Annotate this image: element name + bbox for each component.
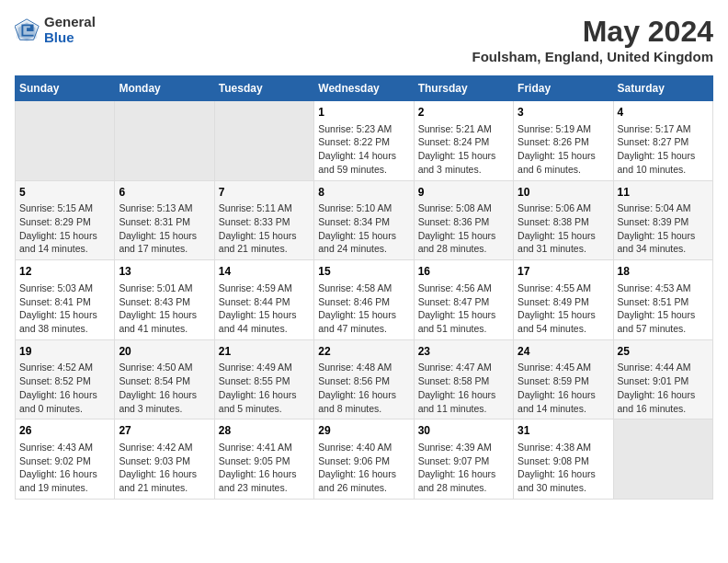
day-info: Sunset: 8:44 PM xyxy=(219,295,310,309)
day-info: and 44 minutes. xyxy=(219,322,310,336)
day-info: and 14 minutes. xyxy=(518,402,609,416)
day-info: Daylight: 15 hours xyxy=(119,229,210,243)
day-info: Sunrise: 4:38 AM xyxy=(518,441,609,454)
day-info: Daylight: 14 hours xyxy=(318,149,409,163)
day-info: Sunset: 9:07 PM xyxy=(418,454,509,468)
calendar-cell xyxy=(214,101,313,181)
day-info: Daylight: 15 hours xyxy=(618,229,709,243)
day-number: 16 xyxy=(418,264,509,280)
day-info: Daylight: 15 hours xyxy=(219,229,310,243)
day-info: Sunrise: 5:17 AM xyxy=(618,122,709,136)
day-number: 21 xyxy=(219,344,310,360)
day-number: 8 xyxy=(318,185,409,201)
day-number: 15 xyxy=(318,264,409,280)
day-number: 9 xyxy=(418,185,509,201)
calendar-cell: 12Sunrise: 5:03 AMSunset: 8:41 PMDayligh… xyxy=(16,260,115,340)
day-number: 13 xyxy=(119,264,210,280)
day-info: and 38 minutes. xyxy=(19,322,110,336)
page-title: May 2024 xyxy=(472,15,714,49)
header-thursday: Thursday xyxy=(414,76,513,101)
day-number: 20 xyxy=(119,344,210,360)
day-number: 24 xyxy=(518,344,609,360)
day-info: Daylight: 16 hours xyxy=(618,388,709,402)
day-info: and 59 minutes. xyxy=(318,163,409,177)
day-info: Sunset: 8:33 PM xyxy=(219,215,310,229)
day-info: Sunset: 8:55 PM xyxy=(219,374,310,388)
calendar-cell xyxy=(115,101,214,181)
day-info: Sunset: 8:41 PM xyxy=(19,295,110,309)
day-info: Sunset: 9:06 PM xyxy=(318,454,409,468)
day-number: 31 xyxy=(518,423,609,439)
calendar-cell: 24Sunrise: 4:45 AMSunset: 8:59 PMDayligh… xyxy=(514,339,613,419)
calendar-cell: 6Sunrise: 5:13 AMSunset: 8:31 PMDaylight… xyxy=(115,180,214,260)
day-number: 23 xyxy=(418,344,509,360)
day-info: Sunrise: 5:19 AM xyxy=(518,122,609,136)
calendar-week-row: 26Sunrise: 4:43 AMSunset: 9:02 PMDayligh… xyxy=(16,419,713,500)
day-info: Sunrise: 4:42 AM xyxy=(119,441,210,454)
day-info: Sunset: 8:46 PM xyxy=(318,295,409,309)
day-info: and 34 minutes. xyxy=(618,242,709,256)
day-info: Sunset: 8:47 PM xyxy=(418,295,509,309)
day-info: Sunrise: 4:59 AM xyxy=(219,282,310,295)
calendar-week-row: 1Sunrise: 5:23 AMSunset: 8:22 PMDaylight… xyxy=(16,101,713,181)
day-info: Daylight: 16 hours xyxy=(119,467,210,481)
day-info: Sunset: 8:39 PM xyxy=(618,215,709,229)
calendar-cell: 7Sunrise: 5:11 AMSunset: 8:33 PMDaylight… xyxy=(214,180,313,260)
header-tuesday: Tuesday xyxy=(214,76,313,101)
day-info: Sunrise: 4:39 AM xyxy=(418,441,509,454)
day-info: Daylight: 16 hours xyxy=(518,467,609,481)
day-info: and 57 minutes. xyxy=(618,322,709,336)
day-info: Sunrise: 5:13 AM xyxy=(119,201,210,215)
day-number: 25 xyxy=(618,344,709,360)
day-info: Daylight: 16 hours xyxy=(219,388,310,402)
logo-blue: Blue xyxy=(44,30,96,46)
day-number: 5 xyxy=(19,185,110,201)
day-info: Sunrise: 4:56 AM xyxy=(418,282,509,295)
day-info: Sunrise: 5:23 AM xyxy=(318,122,409,136)
day-info: Sunrise: 4:45 AM xyxy=(518,361,609,374)
calendar-cell: 9Sunrise: 5:08 AMSunset: 8:36 PMDaylight… xyxy=(414,180,513,260)
header-row: SundayMondayTuesdayWednesdayThursdayFrid… xyxy=(16,76,713,101)
day-number: 1 xyxy=(318,105,409,121)
day-info: Daylight: 16 hours xyxy=(318,467,409,481)
day-number: 4 xyxy=(618,105,709,121)
day-info: Daylight: 15 hours xyxy=(19,308,110,322)
calendar-cell: 3Sunrise: 5:19 AMSunset: 8:26 PMDaylight… xyxy=(514,101,613,181)
header-wednesday: Wednesday xyxy=(314,76,414,101)
calendar-cell: 5Sunrise: 5:15 AMSunset: 8:29 PMDaylight… xyxy=(16,180,115,260)
day-info: Sunrise: 4:55 AM xyxy=(518,282,609,295)
calendar-cell: 25Sunrise: 4:44 AMSunset: 9:01 PMDayligh… xyxy=(613,339,712,419)
calendar-cell: 14Sunrise: 4:59 AMSunset: 8:44 PMDayligh… xyxy=(214,260,313,340)
day-info: Sunset: 8:51 PM xyxy=(618,295,709,309)
calendar-cell: 20Sunrise: 4:50 AMSunset: 8:54 PMDayligh… xyxy=(115,339,214,419)
day-info: Sunrise: 5:01 AM xyxy=(119,282,210,295)
day-info: Sunrise: 4:40 AM xyxy=(318,441,409,454)
day-info: Sunset: 9:08 PM xyxy=(518,454,609,468)
day-number: 19 xyxy=(19,344,110,360)
day-info: Daylight: 15 hours xyxy=(618,149,709,163)
day-info: Sunrise: 5:08 AM xyxy=(418,201,509,215)
day-info: and 11 minutes. xyxy=(418,402,509,416)
day-number: 7 xyxy=(219,185,310,201)
day-info: Daylight: 16 hours xyxy=(318,388,409,402)
day-info: Sunset: 8:22 PM xyxy=(318,135,409,149)
day-info: Sunset: 8:27 PM xyxy=(618,135,709,149)
day-info: Sunrise: 4:53 AM xyxy=(618,282,709,295)
calendar-table: SundayMondayTuesdayWednesdayThursdayFrid… xyxy=(15,75,713,500)
day-info: Daylight: 16 hours xyxy=(418,388,509,402)
day-info: and 16 minutes. xyxy=(618,402,709,416)
day-info: Sunrise: 4:43 AM xyxy=(19,441,110,454)
day-info: Daylight: 15 hours xyxy=(618,308,709,322)
day-info: Sunrise: 5:15 AM xyxy=(19,201,110,215)
day-number: 3 xyxy=(518,105,609,121)
calendar-cell: 1Sunrise: 5:23 AMSunset: 8:22 PMDaylight… xyxy=(314,101,414,181)
day-info: Daylight: 15 hours xyxy=(318,308,409,322)
calendar-week-row: 5Sunrise: 5:15 AMSunset: 8:29 PMDaylight… xyxy=(16,180,713,260)
day-info: and 21 minutes. xyxy=(219,242,310,256)
day-info: Daylight: 15 hours xyxy=(418,308,509,322)
day-info: and 5 minutes. xyxy=(219,402,310,416)
day-info: Sunset: 8:58 PM xyxy=(418,374,509,388)
day-info: Sunrise: 5:21 AM xyxy=(418,122,509,136)
day-info: Sunrise: 4:49 AM xyxy=(219,361,310,374)
day-info: Sunset: 8:24 PM xyxy=(418,135,509,149)
